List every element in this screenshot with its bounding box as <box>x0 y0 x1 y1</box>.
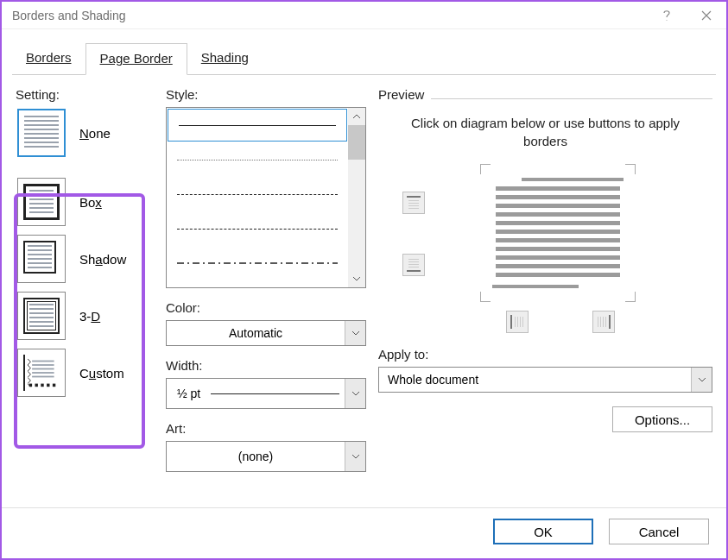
svg-rect-1 <box>32 364 54 366</box>
apply-to-combo[interactable]: Whole document <box>378 367 712 393</box>
style-label: Style: <box>166 87 366 102</box>
width-value: ½ pt <box>177 387 200 400</box>
svg-rect-19 <box>408 264 419 265</box>
art-value: (none) <box>167 450 345 463</box>
tab-bar: Borders Page Border Shading <box>2 29 726 75</box>
svg-rect-11 <box>407 196 421 198</box>
setting-none[interactable]: None <box>16 107 154 159</box>
borders-shading-dialog: Borders and Shading Borders Page Border … <box>0 0 728 560</box>
svg-rect-7 <box>41 384 43 387</box>
border-right-button[interactable] <box>592 311 615 333</box>
style-dash-dot[interactable] <box>167 246 348 280</box>
width-combo[interactable]: ½ pt <box>166 378 366 409</box>
preview-section: Preview Click on diagram below or use bu… <box>378 87 712 499</box>
options-button[interactable]: Options... <box>612 406 712 432</box>
setting-shadow-thumb <box>17 235 66 283</box>
ok-button[interactable]: OK <box>493 519 593 544</box>
art-combo[interactable]: (none) <box>166 441 366 472</box>
apply-to-value: Whole document <box>379 373 691 387</box>
tab-shading[interactable]: Shading <box>187 43 263 75</box>
scroll-up-icon[interactable] <box>348 108 365 125</box>
svg-rect-26 <box>609 315 611 329</box>
dialog-title: Borders and Shading <box>12 9 126 22</box>
setting-custom-thumb <box>17 349 66 397</box>
svg-rect-3 <box>32 372 54 374</box>
border-top-button[interactable] <box>402 192 425 214</box>
chevron-down-icon <box>345 379 365 408</box>
preview-label: Preview <box>378 87 424 102</box>
chevron-down-icon <box>345 442 365 471</box>
setting-3d-thumb <box>17 292 66 340</box>
preview-page[interactable] <box>480 164 636 302</box>
svg-rect-17 <box>408 259 419 260</box>
style-solid[interactable] <box>168 109 347 142</box>
svg-rect-4 <box>32 376 54 378</box>
style-dashed[interactable] <box>167 211 348 246</box>
svg-rect-24 <box>520 317 521 327</box>
svg-rect-16 <box>407 270 421 272</box>
setting-custom[interactable]: Custom <box>16 347 154 399</box>
svg-rect-30 <box>605 317 606 327</box>
svg-rect-25 <box>522 317 523 327</box>
style-scrollbar[interactable] <box>348 108 365 287</box>
svg-rect-15 <box>408 208 419 209</box>
svg-rect-6 <box>35 384 38 387</box>
setting-none-thumb <box>17 109 66 157</box>
preview-hint: Click on diagram below or use buttons to… <box>404 114 687 150</box>
svg-rect-22 <box>515 317 516 327</box>
tab-page-border[interactable]: Page Border <box>85 43 187 75</box>
svg-rect-27 <box>598 317 598 327</box>
svg-rect-14 <box>408 205 419 206</box>
width-label: Width: <box>166 358 366 373</box>
style-listbox[interactable] <box>166 107 366 288</box>
titlebar: Borders and Shading <box>2 2 726 29</box>
border-bottom-button[interactable] <box>402 254 425 276</box>
chevron-down-icon <box>691 368 712 392</box>
svg-rect-13 <box>408 203 419 204</box>
svg-rect-18 <box>408 261 419 262</box>
color-combo[interactable]: Automatic <box>166 320 366 346</box>
style-dotted-fine[interactable] <box>167 142 348 177</box>
svg-rect-23 <box>517 317 518 327</box>
svg-rect-20 <box>408 267 419 267</box>
scroll-down-icon[interactable] <box>348 270 365 287</box>
width-preview-line <box>211 393 339 394</box>
preview-diagram <box>378 159 712 331</box>
setting-label: Setting: <box>16 87 154 102</box>
tab-borders[interactable]: Borders <box>12 43 85 75</box>
close-button[interactable] <box>687 2 726 29</box>
dialog-buttons: OK Cancel <box>2 507 726 558</box>
svg-rect-5 <box>29 384 32 387</box>
color-label: Color: <box>166 300 366 315</box>
style-section: Style: Color: <box>166 87 366 499</box>
setting-3d[interactable]: 3-D <box>16 290 154 342</box>
svg-rect-9 <box>53 384 55 387</box>
border-left-button[interactable] <box>506 311 529 333</box>
setting-section: Setting: None Box <box>16 87 154 499</box>
art-label: Art: <box>166 421 366 436</box>
svg-rect-21 <box>510 315 512 329</box>
svg-rect-0 <box>32 361 54 362</box>
scroll-thumb[interactable] <box>348 125 365 160</box>
cancel-button[interactable]: Cancel <box>609 519 709 544</box>
setting-shadow[interactable]: Shadow <box>16 233 154 285</box>
setting-box[interactable]: Box <box>16 176 154 228</box>
help-button[interactable] <box>647 2 687 29</box>
svg-rect-8 <box>47 384 49 387</box>
chevron-down-icon <box>345 321 365 345</box>
svg-rect-2 <box>32 368 54 370</box>
style-dashed-wide[interactable] <box>167 177 348 211</box>
color-value: Automatic <box>167 326 345 340</box>
svg-rect-12 <box>408 200 419 201</box>
setting-box-thumb <box>17 178 66 226</box>
apply-to-label: Apply to: <box>378 347 712 362</box>
svg-rect-29 <box>603 317 604 327</box>
svg-rect-28 <box>600 317 601 327</box>
